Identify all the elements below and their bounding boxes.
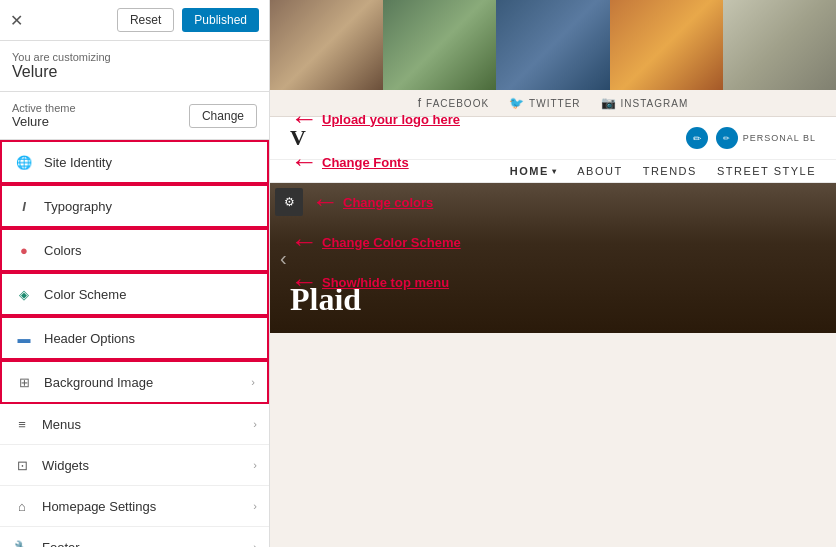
- menu-item-arrow-background-image: ›: [251, 376, 255, 388]
- preview-image-1: [270, 0, 383, 90]
- preview-image-2: [383, 0, 496, 90]
- close-button[interactable]: ✕: [10, 11, 23, 30]
- menu-item-icon-typography: I: [14, 196, 34, 216]
- menu-item-icon-header-options: ▬: [14, 328, 34, 348]
- personal-blog-edit-icon: ✏: [716, 127, 738, 149]
- menu-item-color-scheme[interactable]: ◈Color Scheme: [0, 272, 269, 316]
- customizing-name: Velure: [12, 63, 257, 81]
- menu-item-icon-homepage-settings: ⌂: [12, 496, 32, 516]
- facebook-label: FACEBOOK: [426, 98, 489, 109]
- menu-item-icon-site-identity: 🌐: [14, 152, 34, 172]
- nav-about[interactable]: ABOUT: [577, 165, 622, 177]
- preview-top-images: [270, 0, 836, 90]
- menu-item-background-image[interactable]: ⊞Background Image›: [0, 360, 269, 404]
- menu-item-icon-footer: 🔧: [12, 537, 32, 547]
- top-bar-actions: Reset Published: [117, 8, 259, 32]
- menu-item-icon-background-image: ⊞: [14, 372, 34, 392]
- menu-item-icon-menus: ≡: [12, 414, 32, 434]
- instagram-link[interactable]: 📷 INSTAGRAM: [601, 96, 689, 110]
- top-bar: ✕ Reset Published: [0, 0, 269, 41]
- personal-blog-label: ✏ PERSONAL BL: [716, 127, 816, 149]
- menu-list: 🌐Site IdentityITypography●Colors◈Color S…: [0, 140, 269, 547]
- published-button[interactable]: Published: [182, 8, 259, 32]
- menu-item-label-widgets: Widgets: [42, 458, 253, 473]
- menu-item-icon-colors: ●: [14, 240, 34, 260]
- menu-item-footer[interactable]: 🔧Footer›: [0, 527, 269, 547]
- menu-item-colors[interactable]: ●Colors: [0, 228, 269, 272]
- instagram-label: INSTAGRAM: [621, 98, 689, 109]
- preview-hero: ‹ Plaid: [270, 183, 836, 333]
- nav-trends[interactable]: TRENDS: [643, 165, 697, 177]
- preview-image-5: [723, 0, 836, 90]
- twitter-label: TWITTER: [529, 98, 580, 109]
- edit-logo-button[interactable]: ✏: [686, 127, 708, 149]
- menu-item-typography[interactable]: ITypography: [0, 184, 269, 228]
- nav-home[interactable]: HOME ▾: [510, 165, 558, 177]
- active-theme-info: Active theme Velure: [12, 102, 76, 129]
- menu-item-site-identity[interactable]: 🌐Site Identity: [0, 140, 269, 184]
- twitter-link[interactable]: 🐦 TWITTER: [509, 96, 580, 110]
- menu-item-label-menus: Menus: [42, 417, 253, 432]
- active-theme-label: Active theme: [12, 102, 76, 114]
- active-theme-section: Active theme Velure Change: [0, 92, 269, 140]
- customizer-panel: ✕ Reset Published You are customizing Ve…: [0, 0, 270, 547]
- preview-image-3: [496, 0, 609, 90]
- menu-item-icon-widgets: ⊡: [12, 455, 32, 475]
- menu-item-label-color-scheme: Color Scheme: [44, 287, 255, 302]
- twitter-icon: 🐦: [509, 96, 525, 110]
- menu-item-header-options[interactable]: ▬Header Options: [0, 316, 269, 360]
- menu-item-arrow-menus: ›: [253, 418, 257, 430]
- customizing-label: You are customizing: [12, 51, 257, 63]
- instagram-icon: 📷: [601, 96, 617, 110]
- menu-item-menus[interactable]: ≡Menus›: [0, 404, 269, 445]
- preview-image-4: [610, 0, 723, 90]
- logo-area: V ✏ ✏ PERSONAL BL: [270, 117, 836, 160]
- preview-nav: HOME ▾ ABOUT TRENDS STREET STYLE: [270, 160, 836, 183]
- menu-item-label-typography: Typography: [44, 199, 255, 214]
- menu-item-label-homepage-settings: Homepage Settings: [42, 499, 253, 514]
- change-theme-button[interactable]: Change: [189, 104, 257, 128]
- active-theme-name: Velure: [12, 114, 76, 129]
- menu-item-label-footer: Footer: [42, 540, 253, 548]
- menu-item-homepage-settings[interactable]: ⌂Homepage Settings›: [0, 486, 269, 527]
- social-header: f FACEBOOK 🐦 TWITTER 📷 INSTAGRAM: [270, 90, 836, 117]
- hero-prev-arrow[interactable]: ‹: [280, 247, 287, 270]
- menu-item-label-site-identity: Site Identity: [44, 155, 255, 170]
- hero-text: Plaid: [290, 281, 361, 318]
- menu-item-label-header-options: Header Options: [44, 331, 255, 346]
- facebook-link[interactable]: f FACEBOOK: [418, 96, 489, 110]
- menu-item-widgets[interactable]: ⊡Widgets›: [0, 445, 269, 486]
- nav-street-style[interactable]: STREET STYLE: [717, 165, 816, 177]
- logo-text: V: [290, 125, 306, 151]
- menu-item-arrow-homepage-settings: ›: [253, 500, 257, 512]
- menu-item-icon-color-scheme: ◈: [14, 284, 34, 304]
- menu-item-arrow-widgets: ›: [253, 459, 257, 471]
- facebook-icon: f: [418, 96, 422, 110]
- preview-panel: f FACEBOOK 🐦 TWITTER 📷 INSTAGRAM V ✏ ✏ P…: [270, 0, 836, 547]
- reset-button[interactable]: Reset: [117, 8, 174, 32]
- customizing-section: You are customizing Velure: [0, 41, 269, 92]
- menu-item-label-colors: Colors: [44, 243, 255, 258]
- menu-item-label-background-image: Background Image: [44, 375, 251, 390]
- menu-item-arrow-footer: ›: [253, 541, 257, 547]
